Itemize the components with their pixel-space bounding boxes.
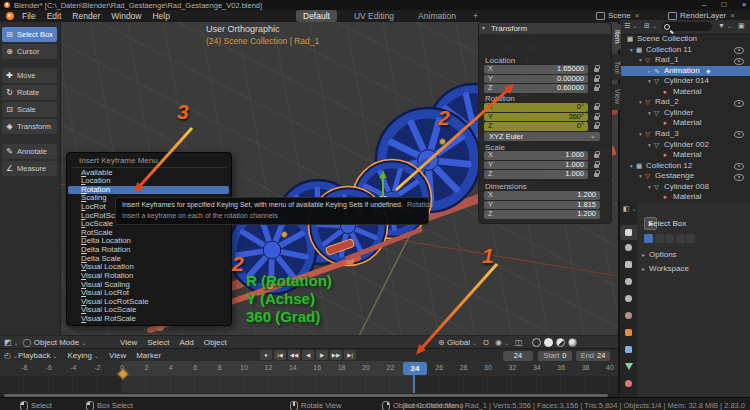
mode-dropdown[interactable]: ◯ Object Mode⌄ [23,338,87,347]
current-frame-field[interactable]: 24 [503,351,533,361]
orientation-dropdown[interactable]: ⊕ Global⌄ [438,338,477,347]
viewport-menu-object[interactable]: Object [204,338,227,347]
outliner-display-mode-icon[interactable]: ⊞⌄ [644,22,657,30]
expand-caret-icon[interactable]: ▾ [639,97,642,107]
maximize-button[interactable]: □ [716,0,732,10]
location-x-field[interactable]: X1.65000 [484,65,588,74]
select-mode-chip-4[interactable] [686,234,695,243]
properties-tab-render[interactable] [623,242,634,253]
visibility-eye-icon[interactable] [734,163,744,170]
outliner-row-rad-1[interactable]: ▾▽Rad_1 [620,55,750,65]
expand-caret-icon[interactable]: ▾ [639,171,642,181]
new-collection-icon[interactable]: ▣ [738,22,745,30]
blender-logo-icon[interactable] [6,12,14,20]
outliner-row-cylinder-008[interactable]: ▾▽Cylinder 008 [620,182,750,192]
outliner-row-gestaenge[interactable]: ▾▽Gestaenge [620,171,750,181]
viewport-menu-add[interactable]: Add [179,338,193,347]
play-reverse-button[interactable]: ◀ [302,350,314,360]
tool-select-box[interactable]: ⊞Select Box [2,27,57,42]
lock-icon[interactable] [594,164,599,168]
frame-end-field[interactable]: End24 [576,351,610,361]
properties-tab-view-layer[interactable] [623,276,634,287]
scale-y-field[interactable]: Y1.000 [484,161,588,170]
viewport-menu-view[interactable]: View [120,338,137,347]
playhead[interactable] [413,374,415,393]
menu-file[interactable]: File [22,11,36,21]
lock-icon[interactable] [594,154,599,158]
tool-measure[interactable]: ∠Measure [2,161,57,176]
outliner-editor-icon[interactable]: ☰⌄ [624,22,637,30]
expand-caret-icon[interactable]: ▾ [639,129,642,139]
current-frame-indicator[interactable]: 24 [403,362,427,375]
lock-icon[interactable] [594,125,599,129]
timeline-ruler[interactable]: -8-6-4-202468101214161820222628303234363… [0,361,618,376]
tool-transform[interactable]: ◈Transform [2,119,57,134]
transform-panel-header[interactable]: Transform [479,23,611,34]
rotation-y-field[interactable]: Y360° [484,113,588,122]
select-mode-chip-0[interactable] [644,234,653,243]
visibility-eye-icon[interactable] [734,100,744,107]
properties-tab-object-data[interactable] [623,361,634,372]
workspace-tab-animation[interactable]: Animation [411,10,463,22]
menu-render[interactable]: Render [72,11,100,21]
filter-funnel-icon[interactable]: ▼⌄ [718,22,732,29]
dimensions-x-field[interactable]: X1.200 [484,191,600,200]
shading-wireframe-icon[interactable] [532,338,541,347]
expand-caret-icon[interactable]: ▾ [639,55,642,65]
outliner-row-material[interactable]: ●Material [620,118,750,128]
lock-icon[interactable] [594,173,599,177]
tool-cursor[interactable]: ⊕Cursor [2,44,57,59]
render-layer-unlink-icon[interactable]: × [730,11,735,20]
workspace-tab-default[interactable]: Default [296,10,337,22]
properties-section-workspace[interactable]: Workspace [642,264,689,273]
proportional-edit-icon[interactable]: ◉⌄ [495,338,509,347]
expand-caret-icon[interactable]: ▾ [648,182,651,192]
select-mode-chip-3[interactable] [676,234,685,243]
menu-help[interactable]: Help [152,11,169,21]
lock-icon[interactable] [594,87,599,91]
menu-window[interactable]: Window [111,11,141,21]
expand-caret-icon[interactable]: ▾ [648,76,651,86]
overlays-icon[interactable]: ◫ [515,338,523,347]
jump-start-button[interactable]: |◀ [274,350,286,360]
viewport-menu-select[interactable]: Select [147,338,169,347]
outliner-row-material[interactable]: ●Material [620,192,750,202]
visibility-eye-icon[interactable] [734,174,744,181]
rotation-x-field[interactable]: X0° [484,103,588,112]
outliner-row-material[interactable]: ●Material [620,150,750,160]
shading-solid-icon[interactable] [544,338,553,347]
properties-tab-material[interactable] [623,378,634,389]
expand-caret-icon[interactable]: ▸ [648,66,651,76]
expand-caret-icon[interactable]: ▾ [630,161,633,171]
outliner-row-collection-12[interactable]: ▾▦Collection 12 [620,161,750,171]
rotation-mode-dropdown[interactable]: XYZ Euler [484,132,600,141]
autokey-button[interactable]: ● [260,350,272,360]
properties-tab-scene[interactable] [623,293,634,304]
rotation-z-field[interactable]: Z0° [484,122,588,131]
close-button[interactable]: × [736,0,750,10]
workspace-tab-uv-editing[interactable]: UV Editing [347,10,401,22]
scale-x-field[interactable]: X1.000 [484,151,588,160]
editor-type-icon[interactable]: ◩⌄ [4,338,19,347]
outliner-row-cylinder-002[interactable]: ▾▽Cylinder 002 [620,140,750,150]
properties-section-options[interactable]: Options [642,250,677,259]
properties-tab-world[interactable] [623,310,634,321]
visibility-eye-icon[interactable] [734,58,744,65]
timeline-menu-marker[interactable]: Marker [136,351,161,360]
properties-tab-object[interactable] [623,327,634,338]
select-mode-chip-1[interactable] [655,234,664,243]
expand-caret-icon[interactable]: ▾ [648,108,651,118]
location-y-field[interactable]: Y0.00000 [484,75,588,84]
tool-rotate[interactable]: ↻Rotate [2,85,57,100]
timeline-tracks[interactable] [0,376,618,393]
expand-caret-icon[interactable]: ▾ [648,140,651,150]
location-z-field[interactable]: Z0.60000 [484,84,588,93]
outliner-row-scene-collection[interactable]: ▦Scene Collection [620,34,750,44]
outliner-row-cylinder-014[interactable]: ▾▽Cylinder 014 [620,76,750,86]
outliner-row-material[interactable]: ●Material [620,87,750,97]
jump-end-button[interactable]: ▶| [344,350,356,360]
dimensions-y-field[interactable]: Y1.815 [484,201,600,210]
select-mode-chip-2[interactable] [665,234,674,243]
outliner-search-input[interactable] [662,22,712,31]
timeline-editor-icon[interactable]: ◴⌄ [4,351,18,360]
